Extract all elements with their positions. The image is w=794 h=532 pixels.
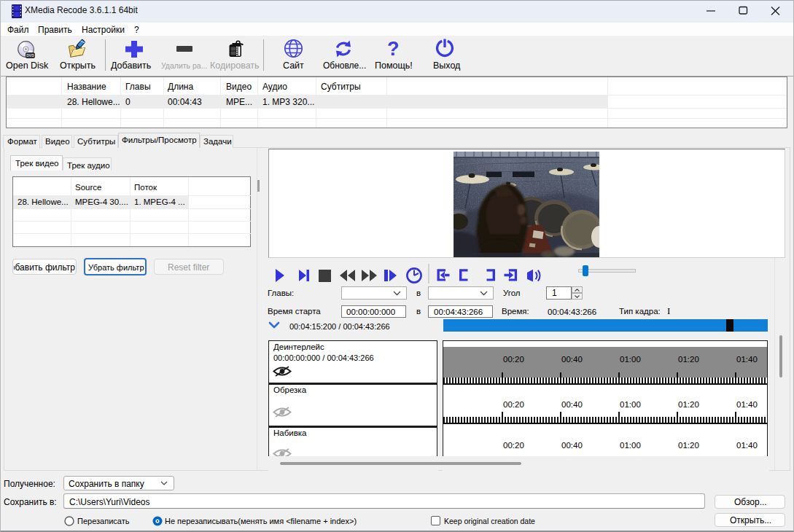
svg-text:DVD: DVD: [26, 53, 34, 58]
